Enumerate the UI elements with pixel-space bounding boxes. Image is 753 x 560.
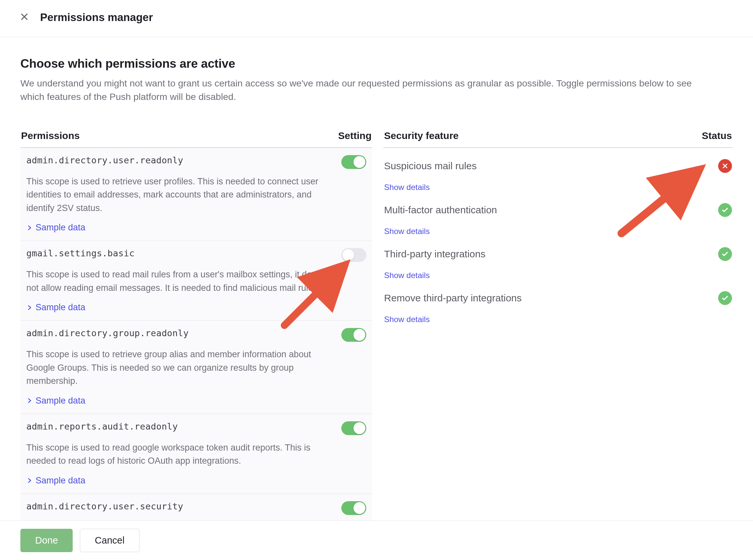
features-column-header: Security feature Status — [383, 130, 733, 148]
permission-toggle[interactable] — [341, 421, 366, 435]
permission-description: This scope is used to read google worksp… — [26, 441, 322, 468]
permission-description: This scope is used to retrieve group ali… — [26, 348, 322, 388]
permissions-column: Permissions Setting admin.directory.user… — [20, 130, 372, 521]
security-feature-header-label: Security feature — [384, 130, 459, 141]
permission-toggle[interactable] — [341, 155, 366, 169]
permission-scope: admin.reports.audit.readonly — [26, 421, 178, 432]
feature-row: Suspicious mail rulesShow details — [383, 148, 733, 192]
cancel-button[interactable]: Cancel — [80, 529, 139, 552]
permission-toggle[interactable] — [341, 328, 366, 342]
sample-data-label: Sample data — [36, 476, 85, 486]
modal-content: Choose which permissions are active We u… — [0, 37, 753, 521]
sample-data-label: Sample data — [36, 302, 85, 313]
feature-name: Suspicious mail rules — [384, 160, 477, 172]
show-details-link[interactable]: Show details — [384, 227, 430, 236]
permissions-column-header: Permissions Setting — [20, 130, 372, 148]
close-icon[interactable] — [20, 12, 29, 23]
permission-toggle[interactable] — [341, 248, 366, 262]
status-ok-icon — [718, 203, 732, 217]
status-ok-icon — [718, 247, 732, 261]
page-heading: Choose which permissions are active — [20, 57, 733, 71]
feature-row: Third-party integrationsShow details — [383, 236, 733, 280]
feature-name: Multi-factor authentication — [384, 204, 497, 216]
show-details-link[interactable]: Show details — [384, 315, 430, 324]
sample-data-link[interactable]: Sample data — [26, 302, 366, 313]
permission-row: admin.directory.group.readonlyThis scope… — [20, 321, 372, 414]
permission-row: gmail.settings.basicThis scope is used t… — [20, 241, 372, 321]
sample-data-link[interactable]: Sample data — [26, 222, 366, 233]
permission-scope: admin.directory.group.readonly — [26, 328, 189, 338]
modal-title: Permissions manager — [40, 11, 153, 24]
modal-header: Permissions manager — [0, 0, 753, 37]
chevron-right-icon — [26, 477, 33, 484]
permission-row: admin.directory.user.securityThis scope … — [20, 494, 372, 521]
done-button[interactable]: Done — [20, 529, 73, 552]
chevron-right-icon — [26, 224, 33, 231]
features-column: Security feature Status Suspicious mail … — [383, 130, 733, 521]
modal-footer: Done Cancel — [0, 521, 753, 560]
setting-header-label: Setting — [338, 130, 371, 141]
sample-data-label: Sample data — [36, 396, 85, 406]
feature-row: Multi-factor authenticationShow details — [383, 192, 733, 236]
sample-data-link[interactable]: Sample data — [26, 476, 366, 486]
sample-data-link[interactable]: Sample data — [26, 396, 366, 406]
show-details-link[interactable]: Show details — [384, 183, 430, 192]
status-error-icon — [718, 159, 732, 173]
status-ok-icon — [718, 291, 732, 305]
feature-name: Third-party integrations — [384, 248, 485, 260]
permissions-modal: Permissions manager Choose which permiss… — [0, 0, 753, 560]
chevron-right-icon — [26, 304, 33, 311]
columns: Permissions Setting admin.directory.user… — [20, 130, 733, 521]
feature-name: Remove third-party integrations — [384, 293, 522, 304]
permission-row: admin.reports.audit.readonlyThis scope i… — [20, 414, 372, 494]
features-list: Suspicious mail rulesShow detailsMulti-f… — [383, 148, 733, 521]
permission-description: This scope is used to read mail rules fr… — [26, 268, 322, 295]
permission-scope: admin.directory.user.readonly — [26, 155, 183, 165]
permission-row: admin.directory.user.readonlyThis scope … — [20, 148, 372, 241]
status-header-label: Status — [702, 130, 732, 141]
chevron-right-icon — [26, 397, 33, 404]
permissions-header-label: Permissions — [21, 130, 80, 141]
permission-description: This scope is used to retrieve user prof… — [26, 175, 322, 215]
page-subheading: We understand you might not want to gran… — [20, 77, 711, 104]
permissions-list[interactable]: admin.directory.user.readonlyThis scope … — [20, 148, 372, 521]
permission-toggle[interactable] — [341, 501, 366, 515]
show-details-link[interactable]: Show details — [384, 271, 430, 280]
sample-data-label: Sample data — [36, 222, 85, 233]
feature-row: Remove third-party integrationsShow deta… — [383, 280, 733, 324]
permission-scope: admin.directory.user.security — [26, 501, 183, 512]
permission-scope: gmail.settings.basic — [26, 248, 134, 258]
